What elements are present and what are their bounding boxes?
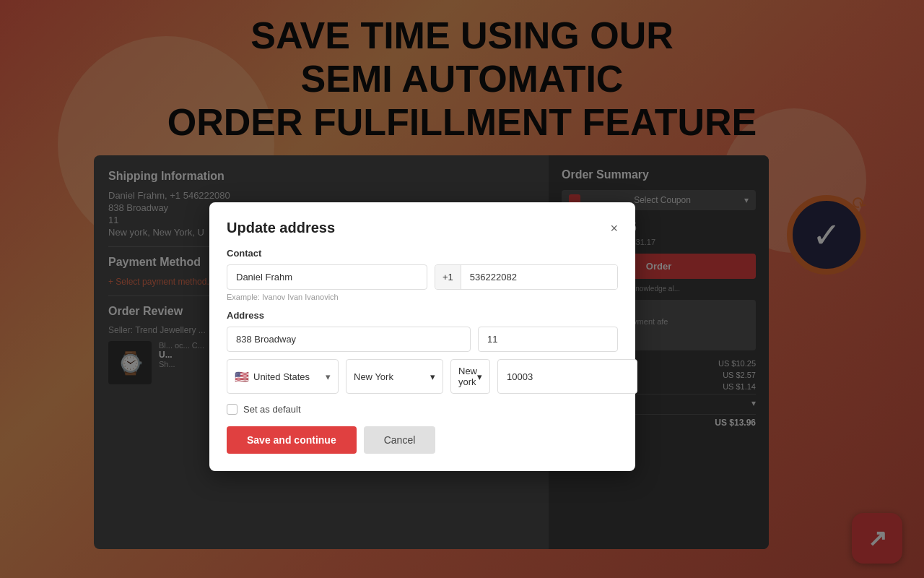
city-select[interactable]: New york ▾ (450, 359, 490, 394)
state-select[interactable]: New York ▾ (346, 359, 443, 394)
set-default-checkbox[interactable] (227, 404, 237, 415)
default-row: Set as default (227, 404, 618, 415)
country-code: +1 (435, 265, 461, 289)
city-value: New york (458, 366, 477, 387)
phone-row: +1 (435, 264, 618, 290)
city-arrow-icon: ▾ (477, 371, 482, 382)
contact-row: +1 (227, 264, 618, 290)
zip-input[interactable] (497, 359, 637, 394)
name-input[interactable] (227, 264, 427, 290)
street-input[interactable] (227, 327, 471, 352)
modal-title: Update address (227, 220, 335, 236)
apt-input[interactable] (478, 327, 618, 352)
country-arrow-icon: ▾ (326, 371, 331, 382)
state-value: New York (354, 371, 393, 382)
state-arrow-icon: ▾ (430, 371, 435, 382)
update-address-modal: Update address × Contact +1 Example: Iva… (209, 202, 635, 471)
modal-close-button[interactable]: × (610, 222, 618, 235)
set-default-label: Set as default (243, 404, 301, 415)
location-select-row: 🇺🇸 United States ▾ New York ▾ New york ▾ (227, 359, 618, 394)
cancel-button[interactable]: Cancel (364, 426, 436, 454)
modal-header: Update address × (227, 220, 618, 236)
address-label: Address (227, 310, 618, 321)
save-continue-button[interactable]: Save and continue (227, 426, 357, 454)
contact-label: Contact (227, 248, 618, 259)
address-row (227, 327, 618, 352)
modal-footer: Save and continue Cancel (227, 426, 618, 454)
phone-input[interactable] (461, 265, 617, 289)
country-flag: 🇺🇸 (235, 370, 249, 384)
example-text: Example: Ivanov Ivan Ivanovich (227, 293, 618, 301)
country-select[interactable]: 🇺🇸 United States ▾ (227, 359, 339, 394)
country-value: United States (253, 371, 310, 382)
